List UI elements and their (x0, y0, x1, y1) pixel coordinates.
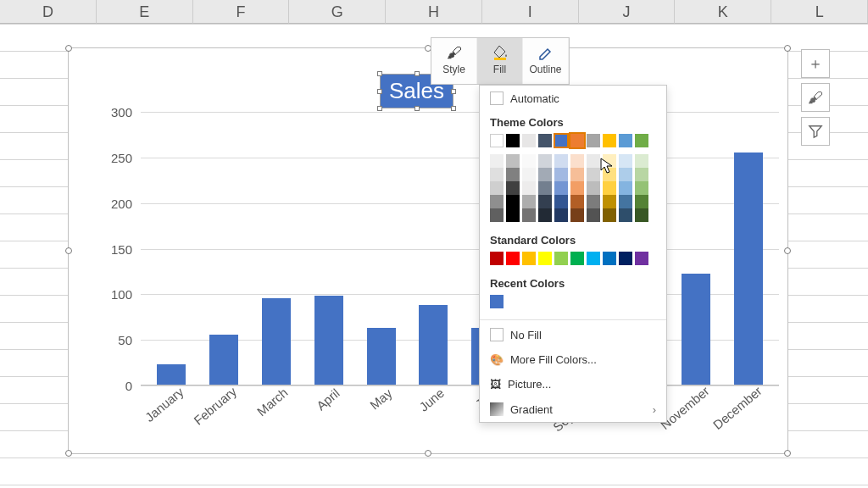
color-swatch[interactable] (490, 195, 504, 208)
color-swatch[interactable] (603, 195, 616, 208)
color-swatch[interactable] (635, 134, 648, 147)
color-swatch[interactable] (522, 252, 536, 265)
color-swatch[interactable] (603, 154, 616, 168)
color-swatch[interactable] (619, 208, 632, 222)
color-swatch[interactable] (635, 252, 648, 265)
color-swatch[interactable] (603, 252, 616, 265)
automatic-fill-item[interactable]: Automatic (480, 86, 666, 111)
column-header-cell[interactable]: J (579, 0, 676, 24)
color-swatch[interactable] (538, 252, 552, 265)
column-header-cell[interactable]: H (386, 0, 482, 24)
color-swatch[interactable] (587, 168, 600, 181)
color-swatch[interactable] (619, 181, 632, 195)
color-swatch[interactable] (635, 195, 648, 208)
column-header-cell[interactable]: D (0, 0, 97, 24)
color-swatch[interactable] (538, 195, 552, 208)
selection-handle[interactable] (65, 450, 72, 457)
color-swatch[interactable] (603, 208, 616, 222)
color-swatch[interactable] (554, 252, 568, 265)
column-header-cell[interactable]: E (97, 0, 193, 24)
data-bar[interactable]: June (419, 305, 448, 385)
color-swatch[interactable] (619, 252, 632, 265)
chart-elements-button[interactable]: ＋ (801, 49, 830, 78)
color-swatch[interactable] (522, 208, 536, 222)
selection-handle[interactable] (65, 247, 72, 254)
color-swatch[interactable] (587, 181, 600, 195)
color-swatch[interactable] (554, 134, 568, 147)
color-swatch[interactable] (570, 181, 584, 195)
data-bar[interactable]: December (734, 152, 763, 385)
color-swatch[interactable] (506, 252, 520, 265)
color-swatch[interactable] (587, 134, 600, 147)
color-swatch[interactable] (506, 154, 520, 168)
color-swatch[interactable] (554, 168, 568, 181)
selection-handle[interactable] (784, 247, 791, 254)
data-bar[interactable]: November (682, 274, 710, 385)
data-bar[interactable]: February (209, 335, 238, 385)
color-swatch[interactable] (603, 181, 616, 195)
data-bar[interactable]: January (157, 364, 186, 385)
fill-button[interactable]: Fill (477, 38, 523, 84)
color-swatch[interactable] (554, 154, 568, 168)
column-header-cell[interactable]: K (675, 0, 771, 24)
color-swatch[interactable] (570, 208, 584, 222)
chart-styles-button[interactable]: 🖌 (801, 83, 830, 112)
color-swatch[interactable] (522, 181, 536, 195)
color-swatch[interactable] (635, 181, 648, 195)
color-swatch[interactable] (619, 134, 632, 147)
column-header-cell[interactable]: F (193, 0, 290, 24)
chart-filter-button[interactable] (801, 117, 830, 146)
color-swatch[interactable] (635, 208, 648, 222)
color-swatch[interactable] (587, 154, 600, 168)
color-swatch[interactable] (506, 168, 520, 181)
color-swatch[interactable] (490, 168, 504, 181)
color-swatch[interactable] (538, 134, 552, 147)
data-bar[interactable]: March (262, 298, 291, 385)
color-swatch[interactable] (538, 208, 552, 222)
column-header-cell[interactable]: L (771, 0, 868, 24)
selection-handle[interactable] (784, 450, 791, 457)
color-swatch[interactable] (538, 154, 552, 168)
color-swatch[interactable] (490, 134, 504, 147)
color-swatch[interactable] (490, 208, 504, 222)
color-swatch[interactable] (522, 168, 536, 181)
selection-handle[interactable] (425, 450, 431, 457)
color-swatch[interactable] (570, 252, 584, 265)
data-bar[interactable]: April (314, 296, 343, 385)
color-swatch[interactable] (619, 168, 632, 181)
color-swatch[interactable] (490, 154, 504, 168)
color-swatch[interactable] (587, 208, 600, 222)
selection-handle[interactable] (784, 45, 791, 52)
color-swatch[interactable] (490, 252, 504, 265)
color-swatch[interactable] (506, 208, 520, 222)
color-swatch[interactable] (490, 295, 504, 308)
color-swatch[interactable] (506, 181, 520, 195)
color-swatch[interactable] (635, 154, 648, 168)
color-swatch[interactable] (619, 154, 632, 168)
chart-object[interactable]: Sales 050100150200250300 JanuaryFebruary… (68, 47, 788, 454)
color-swatch[interactable] (554, 208, 568, 222)
color-swatch[interactable] (506, 195, 520, 208)
color-swatch[interactable] (554, 181, 568, 195)
color-swatch[interactable] (538, 181, 552, 195)
color-swatch[interactable] (603, 134, 616, 147)
column-header-cell[interactable]: G (289, 0, 386, 24)
color-swatch[interactable] (619, 195, 632, 208)
color-swatch[interactable] (603, 168, 616, 181)
color-swatch[interactable] (522, 154, 536, 168)
color-swatch[interactable] (506, 134, 520, 147)
column-header-cell[interactable]: I (482, 0, 579, 24)
color-swatch[interactable] (587, 195, 600, 208)
style-button[interactable]: 🖌 Style (431, 38, 477, 84)
more-fill-colors-item[interactable]: 🎨 More Fill Colors... (480, 347, 666, 372)
selection-handle[interactable] (65, 45, 72, 52)
color-swatch[interactable] (570, 195, 584, 208)
no-fill-item[interactable]: No Fill (480, 322, 666, 347)
gradient-fill-item[interactable]: Gradient › (480, 396, 666, 422)
color-swatch[interactable] (635, 168, 648, 181)
color-swatch[interactable] (490, 181, 504, 195)
color-swatch[interactable] (522, 134, 536, 147)
color-swatch[interactable] (538, 168, 552, 181)
picture-fill-item[interactable]: 🖼 Picture... (480, 372, 666, 396)
color-swatch[interactable] (570, 154, 584, 168)
